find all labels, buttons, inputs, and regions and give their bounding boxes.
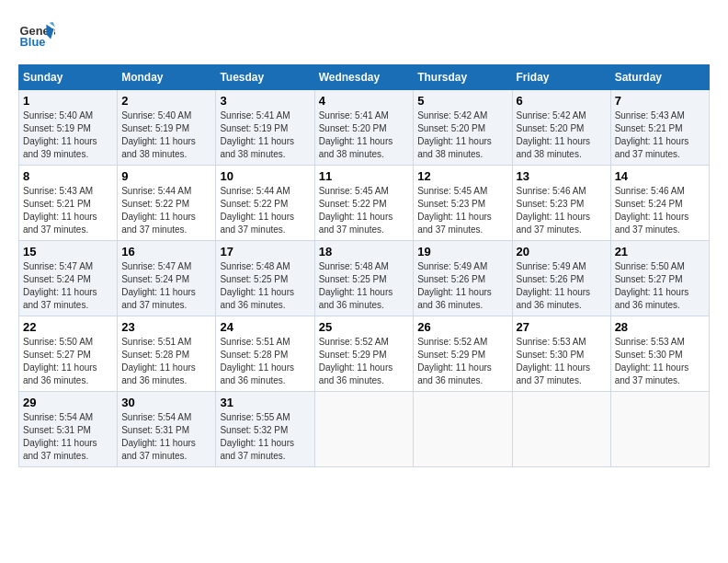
day-number: 28 bbox=[615, 320, 705, 334]
day-number: 16 bbox=[121, 245, 211, 259]
weekday-header-sunday: Sunday bbox=[19, 65, 118, 90]
day-number: 9 bbox=[121, 169, 211, 183]
calendar-cell: 24 Sunrise: 5:51 AMSunset: 5:28 PMDaylig… bbox=[216, 316, 314, 392]
day-number: 7 bbox=[615, 94, 705, 108]
day-info: Sunrise: 5:54 AMSunset: 5:31 PMDaylight:… bbox=[23, 411, 113, 463]
day-number: 11 bbox=[319, 169, 410, 183]
calendar-cell: 25 Sunrise: 5:52 AMSunset: 5:29 PMDaylig… bbox=[314, 316, 414, 392]
day-number: 22 bbox=[23, 320, 113, 334]
day-number: 30 bbox=[121, 396, 211, 409]
calendar-cell: 26 Sunrise: 5:52 AMSunset: 5:29 PMDaylig… bbox=[414, 316, 512, 392]
day-info: Sunrise: 5:43 AMSunset: 5:21 PMDaylight:… bbox=[615, 109, 705, 161]
day-number: 25 bbox=[319, 320, 410, 334]
calendar-cell: 19 Sunrise: 5:49 AMSunset: 5:26 PMDaylig… bbox=[414, 241, 512, 316]
day-info: Sunrise: 5:40 AMSunset: 5:19 PMDaylight:… bbox=[23, 109, 113, 161]
day-info: Sunrise: 5:48 AMSunset: 5:25 PMDaylight:… bbox=[220, 260, 310, 312]
calendar-cell: 23 Sunrise: 5:51 AMSunset: 5:28 PMDaylig… bbox=[118, 316, 216, 392]
weekday-header-friday: Friday bbox=[512, 65, 610, 90]
day-info: Sunrise: 5:44 AMSunset: 5:22 PMDaylight:… bbox=[121, 185, 211, 236]
day-number: 5 bbox=[417, 94, 507, 108]
calendar-cell: 7 Sunrise: 5:43 AMSunset: 5:21 PMDayligh… bbox=[610, 90, 709, 166]
calendar-cell bbox=[314, 392, 414, 467]
day-info: Sunrise: 5:45 AMSunset: 5:22 PMDaylight:… bbox=[319, 185, 410, 236]
calendar-week-2: 8 Sunrise: 5:43 AMSunset: 5:21 PMDayligh… bbox=[19, 166, 710, 241]
day-number: 21 bbox=[615, 245, 705, 259]
day-number: 6 bbox=[517, 94, 607, 108]
calendar-cell: 22 Sunrise: 5:50 AMSunset: 5:27 PMDaylig… bbox=[19, 316, 118, 392]
day-info: Sunrise: 5:42 AMSunset: 5:20 PMDaylight:… bbox=[517, 109, 607, 161]
day-info: Sunrise: 5:40 AMSunset: 5:19 PMDaylight:… bbox=[121, 109, 211, 161]
weekday-header-row: SundayMondayTuesdayWednesdayThursdayFrid… bbox=[19, 65, 710, 90]
day-number: 24 bbox=[220, 320, 310, 334]
calendar-cell: 21 Sunrise: 5:50 AMSunset: 5:27 PMDaylig… bbox=[610, 241, 709, 316]
calendar-cell: 28 Sunrise: 5:53 AMSunset: 5:30 PMDaylig… bbox=[610, 316, 709, 392]
day-number: 19 bbox=[417, 245, 507, 259]
day-info: Sunrise: 5:54 AMSunset: 5:31 PMDaylight:… bbox=[121, 411, 211, 463]
calendar-cell: 5 Sunrise: 5:42 AMSunset: 5:20 PMDayligh… bbox=[414, 90, 512, 166]
calendar-table: SundayMondayTuesdayWednesdayThursdayFrid… bbox=[18, 64, 710, 467]
calendar-cell: 15 Sunrise: 5:47 AMSunset: 5:24 PMDaylig… bbox=[19, 241, 118, 316]
day-number: 4 bbox=[319, 94, 410, 108]
day-info: Sunrise: 5:52 AMSunset: 5:29 PMDaylight:… bbox=[319, 336, 410, 387]
calendar-cell: 2 Sunrise: 5:40 AMSunset: 5:19 PMDayligh… bbox=[118, 90, 216, 166]
day-info: Sunrise: 5:49 AMSunset: 5:26 PMDaylight:… bbox=[517, 260, 607, 312]
calendar-cell: 30 Sunrise: 5:54 AMSunset: 5:31 PMDaylig… bbox=[118, 392, 216, 467]
calendar-cell: 16 Sunrise: 5:47 AMSunset: 5:24 PMDaylig… bbox=[118, 241, 216, 316]
day-number: 20 bbox=[517, 245, 607, 259]
calendar-cell bbox=[512, 392, 610, 467]
calendar-cell bbox=[610, 392, 709, 467]
calendar-week-3: 15 Sunrise: 5:47 AMSunset: 5:24 PMDaylig… bbox=[19, 241, 710, 316]
day-info: Sunrise: 5:51 AMSunset: 5:28 PMDaylight:… bbox=[220, 336, 310, 387]
weekday-header-saturday: Saturday bbox=[610, 65, 709, 90]
calendar-cell: 14 Sunrise: 5:46 AMSunset: 5:24 PMDaylig… bbox=[610, 166, 709, 241]
day-number: 29 bbox=[23, 396, 113, 409]
calendar-cell: 27 Sunrise: 5:53 AMSunset: 5:30 PMDaylig… bbox=[512, 316, 610, 392]
day-info: Sunrise: 5:45 AMSunset: 5:23 PMDaylight:… bbox=[417, 185, 507, 236]
day-info: Sunrise: 5:55 AMSunset: 5:32 PMDaylight:… bbox=[220, 411, 310, 463]
calendar-cell: 3 Sunrise: 5:41 AMSunset: 5:19 PMDayligh… bbox=[216, 90, 314, 166]
day-number: 31 bbox=[220, 396, 310, 409]
day-number: 26 bbox=[417, 320, 507, 334]
day-number: 27 bbox=[517, 320, 607, 334]
weekday-header-wednesday: Wednesday bbox=[314, 65, 414, 90]
calendar-week-5: 29 Sunrise: 5:54 AMSunset: 5:31 PMDaylig… bbox=[19, 392, 710, 467]
day-number: 3 bbox=[220, 94, 310, 108]
calendar-cell: 4 Sunrise: 5:41 AMSunset: 5:20 PMDayligh… bbox=[314, 90, 414, 166]
calendar-cell: 11 Sunrise: 5:45 AMSunset: 5:22 PMDaylig… bbox=[314, 166, 414, 241]
calendar-cell: 12 Sunrise: 5:45 AMSunset: 5:23 PMDaylig… bbox=[414, 166, 512, 241]
calendar-cell: 8 Sunrise: 5:43 AMSunset: 5:21 PMDayligh… bbox=[19, 166, 118, 241]
day-number: 15 bbox=[23, 245, 113, 259]
day-number: 18 bbox=[319, 245, 410, 259]
calendar-cell: 1 Sunrise: 5:40 AMSunset: 5:19 PMDayligh… bbox=[19, 90, 118, 166]
day-info: Sunrise: 5:43 AMSunset: 5:21 PMDaylight:… bbox=[23, 185, 113, 236]
svg-text:Blue: Blue bbox=[20, 35, 46, 49]
calendar-cell: 9 Sunrise: 5:44 AMSunset: 5:22 PMDayligh… bbox=[118, 166, 216, 241]
day-info: Sunrise: 5:47 AMSunset: 5:24 PMDaylight:… bbox=[23, 260, 113, 312]
logo-icon: General Blue bbox=[18, 18, 55, 55]
day-number: 8 bbox=[23, 169, 113, 183]
day-info: Sunrise: 5:44 AMSunset: 5:22 PMDaylight:… bbox=[220, 185, 310, 236]
calendar-cell: 17 Sunrise: 5:48 AMSunset: 5:25 PMDaylig… bbox=[216, 241, 314, 316]
calendar-cell: 20 Sunrise: 5:49 AMSunset: 5:26 PMDaylig… bbox=[512, 241, 610, 316]
day-number: 12 bbox=[417, 169, 507, 183]
day-info: Sunrise: 5:46 AMSunset: 5:24 PMDaylight:… bbox=[615, 185, 705, 236]
day-info: Sunrise: 5:49 AMSunset: 5:26 PMDaylight:… bbox=[417, 260, 507, 312]
day-info: Sunrise: 5:46 AMSunset: 5:23 PMDaylight:… bbox=[517, 185, 607, 236]
day-info: Sunrise: 5:41 AMSunset: 5:20 PMDaylight:… bbox=[319, 109, 410, 161]
day-info: Sunrise: 5:50 AMSunset: 5:27 PMDaylight:… bbox=[615, 260, 705, 312]
day-number: 14 bbox=[615, 169, 705, 183]
calendar-cell: 29 Sunrise: 5:54 AMSunset: 5:31 PMDaylig… bbox=[19, 392, 118, 467]
day-number: 2 bbox=[121, 94, 211, 108]
calendar-cell: 31 Sunrise: 5:55 AMSunset: 5:32 PMDaylig… bbox=[216, 392, 314, 467]
calendar-week-4: 22 Sunrise: 5:50 AMSunset: 5:27 PMDaylig… bbox=[19, 316, 710, 392]
calendar-cell: 6 Sunrise: 5:42 AMSunset: 5:20 PMDayligh… bbox=[512, 90, 610, 166]
day-number: 23 bbox=[121, 320, 211, 334]
weekday-header-monday: Monday bbox=[118, 65, 216, 90]
day-info: Sunrise: 5:48 AMSunset: 5:25 PMDaylight:… bbox=[319, 260, 410, 312]
day-info: Sunrise: 5:47 AMSunset: 5:24 PMDaylight:… bbox=[121, 260, 211, 312]
calendar-cell: 18 Sunrise: 5:48 AMSunset: 5:25 PMDaylig… bbox=[314, 241, 414, 316]
day-info: Sunrise: 5:51 AMSunset: 5:28 PMDaylight:… bbox=[121, 336, 211, 387]
calendar-week-1: 1 Sunrise: 5:40 AMSunset: 5:19 PMDayligh… bbox=[19, 90, 710, 166]
day-info: Sunrise: 5:53 AMSunset: 5:30 PMDaylight:… bbox=[517, 336, 607, 387]
day-number: 17 bbox=[220, 245, 310, 259]
